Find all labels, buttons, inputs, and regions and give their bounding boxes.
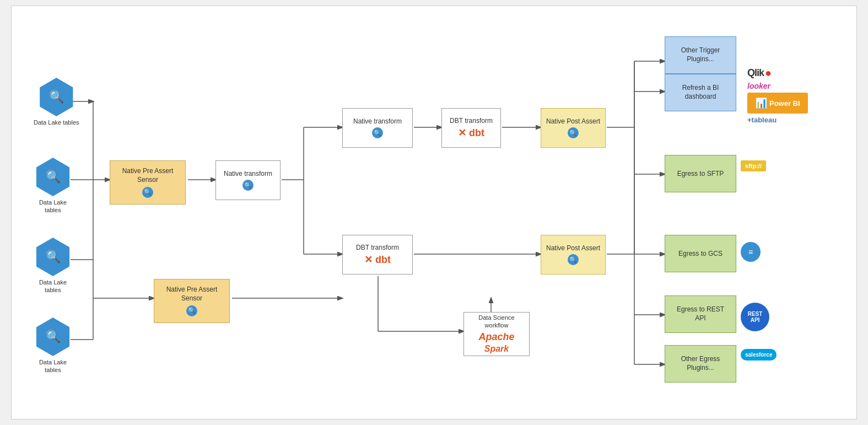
- data-science-label: Data Scienceworkflow: [478, 314, 514, 330]
- native-post-assert-1: Native Post Assert 🔍: [541, 108, 606, 148]
- data-lake-2: 🔍 Data Laketables: [34, 158, 72, 214]
- qlik-circle: ●: [765, 67, 772, 79]
- egress-rest-label: Egress to RESTAPI: [677, 305, 724, 322]
- data-lake-3: 🔍 Data Laketables: [34, 238, 72, 294]
- search-icon-1: 🔍: [49, 90, 64, 104]
- native-transform-1-label: Native transform: [224, 170, 272, 177]
- dbt-icon-2: ✕ dbt: [364, 254, 391, 266]
- data-lake-3-hex: 🔍: [34, 238, 72, 276]
- diagram-container: 🔍 Data Lake tables 🔍 Data Laketables 🔍 D…: [11, 6, 857, 419]
- data-lake-4: 🔍 Data Laketables: [34, 318, 72, 374]
- looker-text: looker: [747, 82, 770, 90]
- data-lake-1-label: Data Lake tables: [34, 119, 79, 126]
- powerbi-icon: 📊: [755, 97, 767, 109]
- sftp-badge: sftp://: [741, 160, 766, 171]
- data-lake-2-hex: 🔍: [34, 158, 72, 196]
- search-icon-3: 🔍: [46, 250, 61, 264]
- native-transform-2-label: Native transform: [353, 117, 402, 125]
- search-icon-2: 🔍: [46, 170, 61, 184]
- data-lake-4-hex: 🔍: [34, 318, 72, 356]
- native-pre-assert-1-icon: 🔍: [142, 187, 153, 198]
- bi-tools-area: Qlik ● looker 📊 Power BI +tableau: [747, 67, 852, 155]
- native-pre-assert-2-icon: 🔍: [186, 305, 197, 316]
- dbt-icon-1: ✕ dbt: [458, 127, 484, 139]
- native-pre-assert-1: Native Pre AssertSensor 🔍: [110, 160, 186, 205]
- native-transform-2-icon: 🔍: [372, 127, 383, 138]
- gcs-icon: ≡: [741, 242, 761, 262]
- looker-brand: looker: [747, 82, 770, 90]
- dbt-transform-2-label: DBT transform: [356, 244, 399, 251]
- egress-sftp-label: Egress to SFTP: [677, 170, 724, 177]
- native-pre-assert-1-label: Native Pre AssertSensor: [122, 167, 174, 184]
- salesforce-text: salesforce: [741, 349, 777, 361]
- refresh-bi-label: Refresh a BIdashboard: [682, 84, 719, 101]
- egress-sftp: Egress to SFTP: [665, 155, 736, 192]
- data-lake-3-label: Data Laketables: [39, 278, 67, 294]
- native-transform-1: Native transform 🔍: [215, 160, 281, 200]
- native-post-assert-1-label: Native Post Assert: [546, 117, 600, 125]
- rest-api-text: REST API: [741, 303, 769, 331]
- egress-rest: Egress to RESTAPI: [665, 295, 736, 333]
- other-egress-label: Other EgressPlugins...: [681, 355, 720, 372]
- egress-gcs-label: Egress to GCS: [678, 250, 723, 257]
- spark-icon: ApacheSpark: [478, 331, 514, 354]
- other-trigger-plugins: Other TriggerPlugins...: [665, 36, 736, 74]
- powerbi-text: Power BI: [769, 99, 800, 107]
- tableau-brand: +tableau: [747, 116, 777, 124]
- native-transform-1-icon: 🔍: [242, 180, 254, 191]
- rest-api-badge: REST API: [741, 303, 769, 331]
- data-lake-1-hex: 🔍: [37, 78, 76, 116]
- powerbi-badge: 📊 Power BI: [747, 93, 808, 114]
- qlik-text: Qlik: [747, 67, 764, 79]
- dbt-transform-2: DBT transform ✕ dbt: [342, 235, 413, 275]
- native-pre-assert-2-label: Native Pre AssertSensor: [166, 286, 218, 303]
- gcs-badge: ≡: [741, 242, 761, 262]
- native-post-assert-2-label: Native Post Assert: [546, 244, 600, 252]
- other-egress-plugins: Other EgressPlugins...: [665, 345, 736, 383]
- qlik-brand: Qlik ●: [747, 67, 772, 79]
- native-pre-assert-2: Native Pre AssertSensor 🔍: [154, 279, 230, 323]
- data-lake-2-label: Data Laketables: [39, 198, 67, 214]
- native-transform-2: Native transform 🔍: [342, 108, 413, 148]
- egress-gcs: Egress to GCS: [665, 235, 736, 272]
- other-trigger-label: Other TriggerPlugins...: [681, 46, 720, 63]
- native-post-assert-2-icon: 🔍: [568, 254, 579, 265]
- data-lake-1: 🔍 Data Lake tables: [34, 78, 79, 126]
- native-post-assert-1-icon: 🔍: [568, 127, 579, 138]
- refresh-bi-dashboard: Refresh a BIdashboard: [665, 74, 736, 111]
- data-science-workflow: Data Scienceworkflow ApacheSpark: [463, 312, 530, 356]
- sftp-badge-text: sftp://: [741, 160, 766, 171]
- tableau-text: +tableau: [747, 116, 777, 124]
- dbt-transform-1: DBT transform ✕ dbt: [441, 108, 501, 148]
- salesforce-badge: salesforce: [741, 349, 777, 361]
- native-post-assert-2: Native Post Assert 🔍: [541, 235, 606, 275]
- data-lake-4-label: Data Laketables: [39, 358, 67, 374]
- search-icon-4: 🔍: [46, 330, 61, 344]
- dbt-transform-1-label: DBT transform: [450, 117, 493, 125]
